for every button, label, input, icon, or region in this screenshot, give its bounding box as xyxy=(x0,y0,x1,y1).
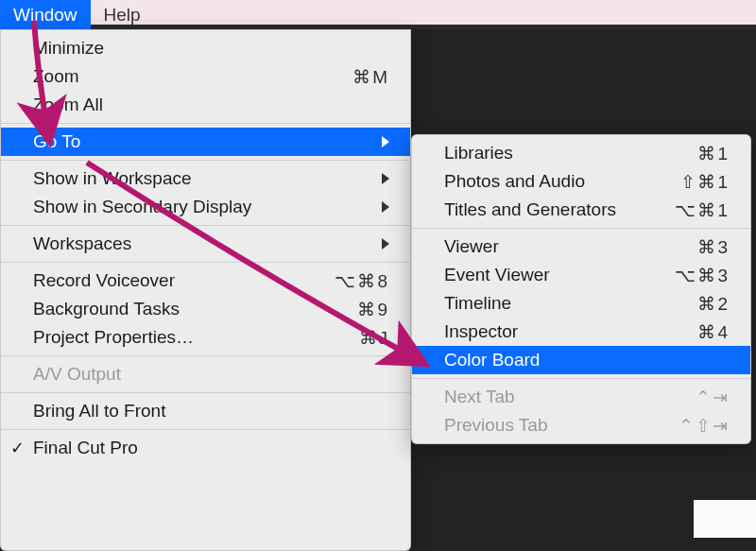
menu-go-to[interactable]: Go To xyxy=(1,128,410,156)
menu-background-tasks[interactable]: Background Tasks ⌘9 xyxy=(1,295,410,323)
menu-separator xyxy=(1,160,410,161)
menu-label: A/V Output xyxy=(33,364,389,385)
menu-label: Workspaces xyxy=(33,233,378,254)
menu-label: Show in Workspace xyxy=(33,168,378,189)
submenu-color-board[interactable]: Color Board xyxy=(412,346,750,374)
menu-shortcut: ⌘J xyxy=(359,327,390,349)
menu-shortcut: ⌘9 xyxy=(357,299,389,320)
menu-show-secondary[interactable]: Show in Secondary Display xyxy=(1,193,410,221)
submenu-event-viewer[interactable]: Event Viewer ⌥⌘3 xyxy=(412,261,750,289)
checkmark-icon: ✓ xyxy=(10,438,25,458)
menu-label: Event Viewer xyxy=(444,265,675,285)
submenu-next-tab: Next Tab ⌃⇥ xyxy=(412,383,750,411)
submenu-previous-tab: Previous Tab ⌃⇧⇥ xyxy=(412,411,750,439)
menu-project-properties[interactable]: Project Properties… ⌘J xyxy=(1,323,410,352)
menu-label: Zoom All xyxy=(33,95,389,115)
menu-bring-all-front[interactable]: Bring All to Front xyxy=(1,397,410,425)
menu-label: Photos and Audio xyxy=(444,171,680,192)
menu-separator xyxy=(1,355,410,356)
menu-shortcut: ⇧⌘1 xyxy=(680,171,730,193)
submenu-chevron-icon xyxy=(378,131,389,152)
menu-zoom-all[interactable]: Zoom All xyxy=(1,91,410,119)
menu-shortcut: ⌘3 xyxy=(697,236,730,258)
menubar-help[interactable]: Help xyxy=(91,0,154,29)
go-to-submenu: Libraries ⌘1 Photos and Audio ⇧⌘1 Titles… xyxy=(411,134,751,444)
menu-separator xyxy=(1,225,410,226)
submenu-chevron-icon xyxy=(378,168,389,189)
menu-label: Titles and Generators xyxy=(444,199,675,220)
submenu-libraries[interactable]: Libraries ⌘1 xyxy=(412,139,750,167)
menu-label: Viewer xyxy=(444,236,697,257)
menu-shortcut: ⌘1 xyxy=(697,143,730,164)
menu-shortcut: ⌃⇧⇥ xyxy=(679,415,730,437)
menu-label: Next Tab xyxy=(444,387,696,407)
submenu-timeline[interactable]: Timeline ⌘2 xyxy=(412,289,750,318)
submenu-photos-audio[interactable]: Photos and Audio ⇧⌘1 xyxy=(412,167,750,196)
menu-shortcut: ⌘M xyxy=(352,66,389,88)
menu-shortcut: ⌘2 xyxy=(697,293,730,315)
menu-zoom[interactable]: Zoom ⌘M xyxy=(1,62,410,91)
menu-label: Color Board xyxy=(444,350,730,370)
menu-shortcut: ⌥⌘1 xyxy=(675,199,730,221)
menu-record-voiceover[interactable]: Record Voiceover ⌥⌘8 xyxy=(1,267,410,295)
menu-label: Timeline xyxy=(444,293,697,314)
menu-label: Go To xyxy=(33,131,378,152)
menu-label: Inspector xyxy=(444,321,697,342)
menu-shortcut: ⌃⇥ xyxy=(696,387,730,408)
submenu-inspector[interactable]: Inspector ⌘4 xyxy=(412,318,750,346)
menu-shortcut: ⌥⌘8 xyxy=(335,270,389,292)
menu-label: Zoom xyxy=(33,66,352,87)
submenu-chevron-icon xyxy=(378,233,389,254)
menu-label: Bring All to Front xyxy=(33,401,389,422)
menu-separator xyxy=(1,429,410,430)
menu-separator xyxy=(1,123,410,124)
menubar: Window Help xyxy=(0,0,756,29)
menu-workspaces[interactable]: Workspaces xyxy=(1,230,410,258)
menu-label: Final Cut Pro xyxy=(33,438,389,458)
submenu-titles-generators[interactable]: Titles and Generators ⌥⌘1 xyxy=(412,196,750,224)
menu-shortcut: ⌥⌘3 xyxy=(675,265,730,286)
menu-separator xyxy=(1,392,410,393)
menu-label: Project Properties… xyxy=(33,327,359,348)
menubar-window[interactable]: Window xyxy=(0,0,91,29)
menu-label: Libraries xyxy=(444,143,697,164)
panel-fragment xyxy=(694,500,756,538)
menu-separator xyxy=(1,262,410,263)
menu-separator xyxy=(412,228,750,229)
menu-label: Background Tasks xyxy=(33,299,357,319)
submenu-viewer[interactable]: Viewer ⌘3 xyxy=(412,232,750,261)
menu-av-output: A/V Output xyxy=(1,360,410,388)
menu-show-workspace[interactable]: Show in Workspace xyxy=(1,164,410,193)
menu-label: Previous Tab xyxy=(444,415,679,436)
window-menu: Minimize Zoom ⌘M Zoom All Go To Show in … xyxy=(0,29,411,551)
menu-final-cut-pro[interactable]: ✓ Final Cut Pro xyxy=(1,434,410,462)
menu-label: Minimize xyxy=(33,38,389,59)
menu-label: Show in Secondary Display xyxy=(33,197,378,217)
menu-separator xyxy=(412,378,750,379)
menu-shortcut: ⌘4 xyxy=(697,321,730,343)
menu-label: Record Voiceover xyxy=(33,270,335,291)
menu-minimize[interactable]: Minimize xyxy=(1,34,410,62)
submenu-chevron-icon xyxy=(378,197,389,217)
